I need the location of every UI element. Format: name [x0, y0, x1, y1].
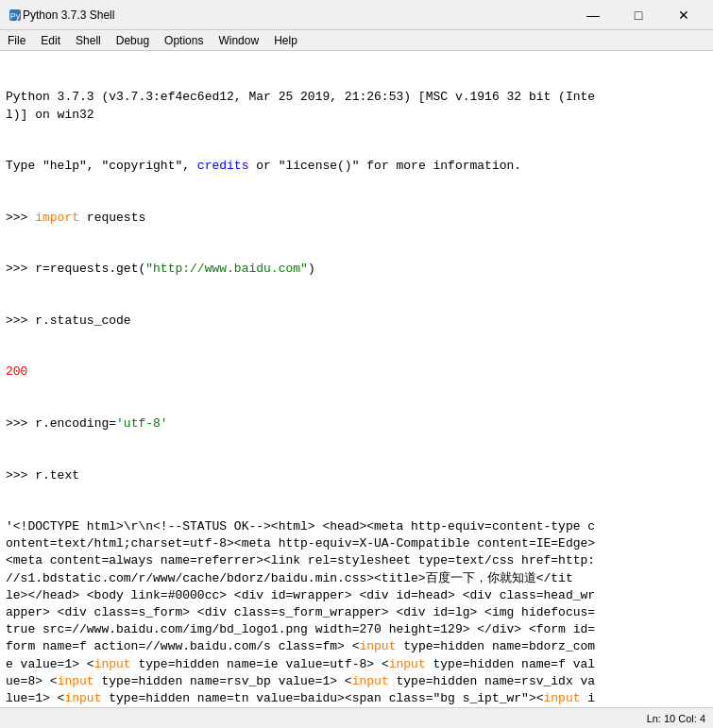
status-bar: Ln: 10 Col: 4 — [0, 707, 713, 728]
shell-output[interactable]: Python 3.7.3 (v3.7.3:ef4ec6ed12, Mar 25 … — [0, 51, 713, 707]
menu-edit[interactable]: Edit — [33, 30, 68, 50]
minimize-button[interactable]: — — [571, 2, 615, 28]
cursor-position: Ln: 10 Col: 4 — [647, 713, 705, 724]
menu-debug[interactable]: Debug — [109, 30, 157, 50]
output-line-9: '<!DOCTYPE html>\r\n<!--STATUS OK--><htm… — [6, 518, 707, 707]
output-line-1: Python 3.7.3 (v3.7.3:ef4ec6ed12, Mar 25 … — [6, 89, 707, 123]
output-line-5: >>> r.status_code — [6, 313, 707, 330]
menu-file[interactable]: File — [0, 30, 33, 50]
svg-text:Py: Py — [10, 11, 21, 21]
menu-shell[interactable]: Shell — [68, 30, 109, 50]
maximize-button[interactable]: □ — [617, 2, 660, 28]
title-bar: Py Python 3.7.3 Shell — □ ✕ — [0, 0, 713, 30]
close-button[interactable]: ✕ — [662, 2, 705, 28]
output-line-2: Type "help", "copyright", credits or "li… — [6, 158, 707, 175]
menu-help[interactable]: Help — [266, 30, 305, 50]
window-title: Python 3.7.3 Shell — [23, 8, 571, 22]
output-line-4: >>> r=requests.get("http://www.baidu.com… — [6, 261, 707, 278]
output-line-3: >>> import requests — [6, 210, 707, 227]
menu-options[interactable]: Options — [157, 30, 211, 50]
menu-window[interactable]: Window — [211, 30, 266, 50]
window-controls: — □ ✕ — [571, 2, 705, 28]
app-icon: Py — [8, 8, 23, 23]
menu-bar: File Edit Shell Debug Options Window Hel… — [0, 30, 713, 51]
output-line-8: >>> r.text — [6, 467, 707, 484]
output-line-7: >>> r.encoding='utf-8' — [6, 415, 707, 432]
output-line-6: 200 — [6, 364, 707, 381]
